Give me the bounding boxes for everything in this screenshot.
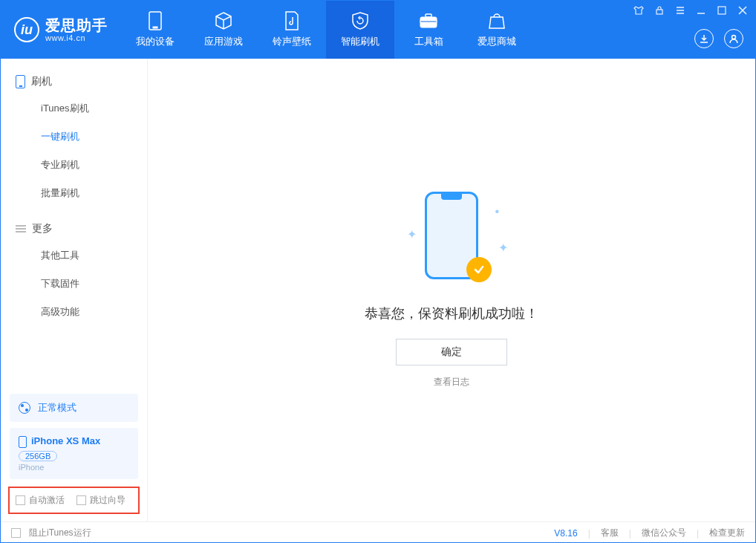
device-small-icon — [16, 75, 25, 88]
minimize-icon[interactable] — [696, 5, 706, 16]
cube-icon — [214, 11, 233, 30]
app-name: 爱思助手 — [45, 17, 108, 33]
checkbox-block-itunes[interactable]: 阻止iTunes运行 — [11, 527, 91, 539]
check-update-link[interactable]: 检查更新 — [709, 527, 745, 539]
statusbar: 阻止iTunes运行 V8.16 | 客服 | 微信公众号 | 检查更新 — [1, 521, 755, 543]
check-badge-icon — [466, 257, 492, 282]
sidebar-item-firmware[interactable]: 下载固件 — [1, 270, 147, 298]
device-capacity: 256GB — [19, 451, 57, 461]
version-label[interactable]: V8.16 — [554, 528, 577, 539]
support-link[interactable]: 客服 — [601, 527, 619, 539]
options-highlighted: 自动激活 跳过向导 — [8, 487, 140, 514]
sparkle-icon: ✦ — [498, 241, 508, 255]
sidebar: 刷机 iTunes刷机 一键刷机 专业刷机 批量刷机 更多 其他工具 下载固件 … — [1, 59, 148, 521]
logo-icon: iu — [14, 17, 39, 42]
success-message: 恭喜您，保资料刷机成功啦！ — [365, 305, 538, 322]
checkbox-skip-wizard[interactable]: 跳过向导 — [76, 494, 126, 507]
main-content: ✦ • ✦ 恭喜您，保资料刷机成功啦！ 确定 查看日志 — [148, 59, 755, 521]
music-file-icon — [282, 11, 302, 30]
device-mode[interactable]: 正常模式 — [10, 394, 138, 422]
menu-icon[interactable] — [675, 5, 685, 16]
sparkle-icon: • — [495, 205, 499, 218]
maximize-icon[interactable] — [717, 5, 727, 16]
app-logo: iu 爱思助手 www.i4.cn — [1, 1, 121, 59]
device-icon — [146, 11, 165, 30]
bag-icon — [487, 11, 506, 30]
toolbox-icon — [419, 11, 438, 30]
svg-rect-5 — [656, 10, 662, 14]
svg-rect-4 — [420, 21, 437, 22]
device-type: iPhone — [19, 463, 129, 472]
svg-rect-6 — [718, 7, 726, 14]
nav-flash[interactable]: 智能刷机 — [326, 1, 394, 59]
device-info[interactable]: iPhone XS Max 256GB iPhone — [10, 428, 138, 479]
nav-ringtones[interactable]: 铃声壁纸 — [258, 1, 326, 59]
wechat-link[interactable]: 微信公众号 — [642, 527, 686, 539]
ok-button[interactable]: 确定 — [396, 339, 507, 365]
list-icon — [16, 225, 26, 233]
nav-apps[interactable]: 应用游戏 — [189, 1, 258, 59]
shield-refresh-icon — [351, 11, 370, 30]
sidebar-item-other[interactable]: 其他工具 — [1, 241, 147, 270]
shirt-icon[interactable] — [633, 5, 644, 16]
sidebar-item-pro[interactable]: 专业刷机 — [1, 151, 147, 179]
svg-rect-1 — [153, 27, 157, 28]
lock-icon[interactable] — [654, 5, 665, 16]
view-log-link[interactable]: 查看日志 — [434, 376, 469, 388]
svg-rect-3 — [426, 14, 431, 17]
window-controls — [633, 1, 755, 59]
success-illustration: ✦ • ✦ — [407, 192, 496, 288]
sparkle-icon: ✦ — [407, 227, 417, 241]
sidebar-item-batch[interactable]: 批量刷机 — [1, 179, 147, 207]
sidebar-item-advanced[interactable]: 高级功能 — [1, 298, 147, 326]
app-domain: www.i4.cn — [45, 33, 108, 42]
download-icon[interactable] — [694, 29, 714, 48]
sidebar-item-onekey[interactable]: 一键刷机 — [1, 123, 147, 151]
nav-store[interactable]: 爱思商城 — [463, 1, 531, 59]
svg-point-7 — [732, 36, 736, 39]
sidebar-item-itunes[interactable]: iTunes刷机 — [1, 94, 147, 123]
titlebar: iu 爱思助手 www.i4.cn 我的设备 应用游戏 铃声壁纸 智能刷机 工具… — [1, 1, 755, 59]
user-icon[interactable] — [724, 29, 743, 48]
close-icon[interactable] — [737, 5, 748, 16]
nav-toolbox[interactable]: 工具箱 — [394, 1, 463, 59]
sidebar-section-flash: 刷机 — [1, 69, 147, 94]
nav-device[interactable]: 我的设备 — [121, 1, 189, 59]
sidebar-section-more: 更多 — [1, 216, 147, 241]
mode-icon — [19, 402, 30, 414]
checkbox-auto-activate[interactable]: 自动激活 — [16, 494, 65, 507]
phone-small-icon — [19, 436, 27, 448]
top-nav: 我的设备 应用游戏 铃声壁纸 智能刷机 工具箱 爱思商城 — [121, 1, 531, 59]
